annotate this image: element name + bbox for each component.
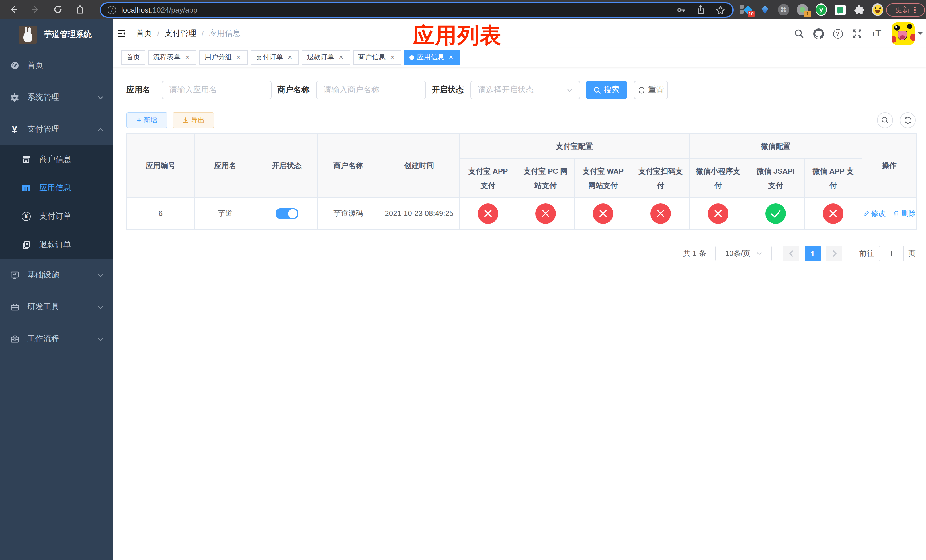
tab-home[interactable]: 首页 — [121, 50, 145, 65]
close-icon[interactable]: ✕ — [286, 53, 294, 61]
sidebar-item-app-info[interactable]: 应用信息 — [0, 174, 113, 202]
address-bar[interactable]: i localhost:1024/pay/app — [100, 2, 734, 18]
share-icon[interactable] — [696, 5, 706, 15]
sidebar-item-pay-order[interactable]: ¥ 支付订单 — [0, 202, 113, 231]
sidebar-item-workflow[interactable]: 工作流程 — [0, 323, 113, 355]
sidebar-item-merchant-info[interactable]: 商户信息 — [0, 145, 113, 174]
extension-chat-icon[interactable] — [834, 4, 846, 15]
close-icon[interactable]: ✕ — [337, 53, 345, 61]
col-group-alipay: 支付宝配置 — [459, 133, 689, 159]
breadcrumb-home[interactable]: 首页 — [136, 29, 152, 39]
content: 应用名 请输入应用名 商户名称 请输入商户名称 开启状态 请选择开启状态 搜索 … — [113, 67, 926, 560]
sidebar-item-label: 工作流程 — [27, 334, 59, 344]
toolbox-icon — [10, 303, 20, 312]
sidebar-item-devtool[interactable]: 研发工具 — [0, 291, 113, 323]
site-info-icon[interactable]: i — [107, 6, 116, 14]
extension-y-icon[interactable]: y — [816, 4, 827, 15]
font-size-icon[interactable]: TT — [867, 20, 886, 48]
download-icon — [182, 117, 189, 124]
data-table: 应用编号 应用名 开启状态 商户名称 创建时间 支付宝配置 微信配置 操作 支付… — [126, 133, 916, 230]
user-avatar[interactable] — [892, 22, 915, 45]
sidebar-item-refund-order[interactable]: 退款订单 — [0, 231, 113, 259]
sidebar-item-system[interactable]: 系统管理 — [0, 82, 113, 114]
goto-page-input[interactable]: 1 — [879, 245, 904, 262]
tab-user-group[interactable]: 用户分组✕ — [199, 50, 248, 65]
merchant-name-input[interactable]: 请输入商户名称 — [316, 81, 426, 99]
extension-emoji-icon[interactable] — [872, 4, 883, 15]
status-select[interactable]: 请选择开启状态 — [471, 81, 580, 99]
monitor-chart-icon — [10, 271, 20, 280]
sidebar-item-pay[interactable]: ¥ 支付管理 — [0, 114, 113, 145]
status-x-icon — [708, 203, 728, 224]
sidebar-item-label: 系统管理 — [27, 92, 59, 103]
chevron-down-icon — [756, 252, 762, 255]
extension-icon[interactable]: 10 — [740, 4, 752, 15]
next-page-button[interactable] — [826, 245, 842, 262]
sidebar-item-infra[interactable]: 基础设施 — [0, 259, 113, 291]
delete-link[interactable]: 删除 — [893, 208, 916, 218]
browser-back-icon[interactable] — [8, 4, 18, 15]
cell-alipay-app — [459, 197, 517, 229]
cell-id: 6 — [127, 197, 195, 229]
document-copy-icon — [22, 241, 31, 250]
browser-menu-icon[interactable] — [914, 7, 916, 14]
tab-process-form[interactable]: 流程表单✕ — [148, 50, 197, 65]
table-refresh-button[interactable] — [900, 112, 916, 128]
prev-page-button[interactable] — [783, 245, 799, 262]
sidebar-item-label: 退款订单 — [39, 240, 71, 250]
chevron-down-icon — [567, 88, 573, 92]
avatar-caret-icon[interactable] — [918, 32, 923, 37]
tab-refund-order[interactable]: 退款订单✕ — [302, 50, 350, 65]
password-key-icon[interactable] — [676, 5, 686, 15]
chevron-down-icon — [97, 273, 104, 277]
current-page-button[interactable]: 1 — [805, 245, 821, 262]
cell-wx-jsapi — [747, 197, 804, 229]
fold-menu-icon[interactable] — [117, 29, 126, 38]
table-row: 6 芋道 芋道源码 2021-10-23 08:49:25 — [127, 197, 917, 229]
cell-created: 2021-10-23 08:49:25 — [379, 197, 459, 229]
app-name-input[interactable]: 请输入应用名 — [162, 81, 272, 99]
help-icon[interactable]: ? — [828, 20, 847, 48]
extension-record-icon[interactable]: 1 — [797, 4, 808, 15]
browser-reload-icon[interactable] — [52, 4, 63, 15]
table-search-button[interactable] — [877, 112, 893, 128]
breadcrumb-current: 应用信息 — [209, 29, 241, 39]
github-icon[interactable] — [809, 20, 828, 48]
close-icon[interactable]: ✕ — [447, 53, 455, 61]
extensions-puzzle-icon[interactable] — [853, 4, 864, 15]
sidebar-submenu-pay: 商户信息 应用信息 ¥ 支付订单 退款订单 — [0, 145, 113, 259]
extension-command-icon[interactable]: ⌘ — [778, 4, 789, 15]
close-icon[interactable]: ✕ — [235, 53, 243, 61]
update-button[interactable]: 更新 — [886, 3, 925, 17]
refresh-icon — [904, 116, 912, 124]
add-button[interactable]: +新增 — [126, 112, 168, 128]
fullscreen-icon[interactable] — [847, 20, 867, 48]
reset-button[interactable]: 重置 — [634, 81, 668, 99]
search-button[interactable]: 搜索 — [586, 81, 627, 99]
edit-link[interactable]: 修改 — [862, 208, 886, 218]
tab-merchant-info[interactable]: 商户信息✕ — [353, 50, 401, 65]
export-button[interactable]: 导出 — [172, 112, 214, 128]
col-header-id: 应用编号 — [127, 133, 195, 197]
navbar: 首页 / 支付管理 / 应用信息 应用列表 ? TT — [113, 20, 926, 48]
breadcrumb-pay[interactable]: 支付管理 — [165, 29, 197, 39]
close-icon[interactable]: ✕ — [183, 53, 191, 61]
sidebar-item-home[interactable]: 首页 — [0, 50, 113, 82]
header-search-icon[interactable] — [789, 20, 809, 48]
status-x-icon — [651, 203, 671, 224]
chevron-down-icon — [97, 95, 104, 100]
extension-balloon-icon[interactable] — [759, 4, 770, 15]
status-toggle[interactable] — [275, 207, 298, 219]
page-unit-label: 页 — [908, 248, 916, 259]
browser-home-icon[interactable] — [75, 4, 85, 15]
logo[interactable]: 芋道管理系统 — [0, 20, 113, 50]
browser-forward-icon[interactable] — [30, 4, 41, 15]
extensions-row: 10 ⌘ 1 y — [740, 0, 883, 20]
tab-app-info[interactable]: 应用信息✕ — [404, 50, 460, 65]
close-icon[interactable]: ✕ — [388, 53, 396, 61]
bookmark-star-icon[interactable] — [715, 5, 726, 15]
chevron-down-icon — [97, 305, 104, 309]
page-size-select[interactable]: 10条/页 — [715, 245, 772, 262]
tab-pay-order[interactable]: 支付订单✕ — [251, 50, 299, 65]
col-header-status: 开启状态 — [256, 133, 318, 197]
